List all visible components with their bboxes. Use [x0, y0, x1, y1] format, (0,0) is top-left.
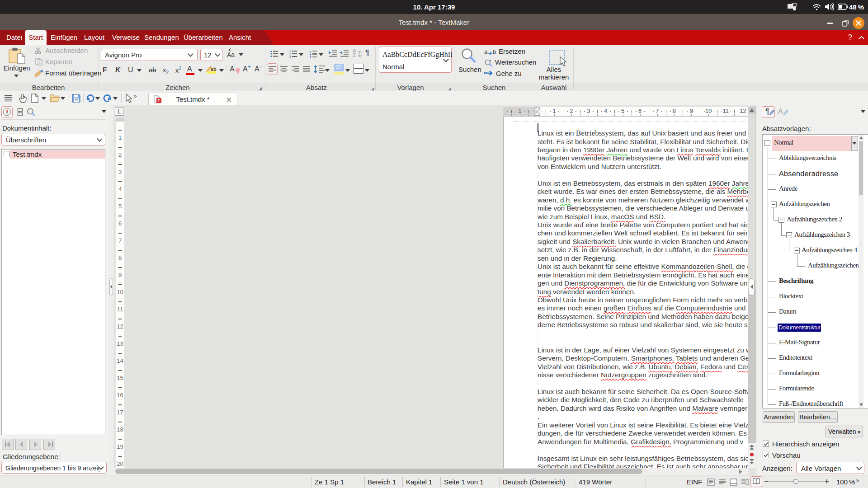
svg-text:3: 3	[289, 55, 291, 58]
svg-text:ab: ab	[211, 66, 217, 72]
svg-text:1: 1	[309, 50, 311, 53]
